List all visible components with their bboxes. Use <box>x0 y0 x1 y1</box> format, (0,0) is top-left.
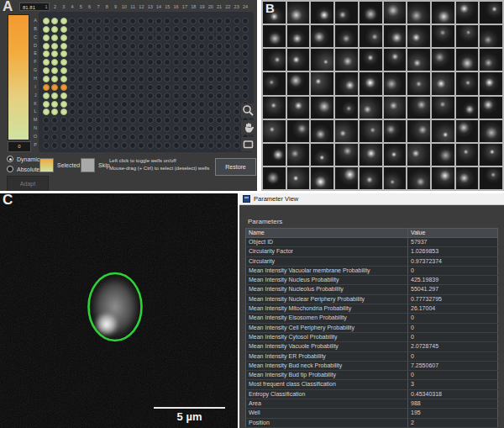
well-M12[interactable] <box>138 117 144 124</box>
well-E2[interactable] <box>51 50 58 57</box>
param-row[interactable]: Circularity0.97372374 <box>246 256 498 266</box>
well-B23[interactable] <box>234 26 240 33</box>
well-K1[interactable] <box>43 101 50 108</box>
well-K9[interactable] <box>113 101 119 108</box>
well-O3[interactable] <box>60 134 67 140</box>
well-P11[interactable] <box>129 142 136 149</box>
well-M19[interactable] <box>198 117 205 124</box>
well-O19[interactable] <box>198 134 205 140</box>
well-F7[interactable] <box>95 59 102 66</box>
well-I24[interactable] <box>242 84 249 91</box>
well-L13[interactable] <box>147 108 154 115</box>
well-F3[interactable] <box>60 59 67 66</box>
well-J16[interactable] <box>173 92 180 99</box>
well-L23[interactable] <box>234 108 240 115</box>
well-A18[interactable] <box>190 18 197 24</box>
well-J20[interactable] <box>207 92 214 99</box>
well-P9[interactable] <box>113 142 119 149</box>
well-F13[interactable] <box>147 59 154 66</box>
param-row[interactable]: Mean Intensity Nuclear Periphery Probabi… <box>246 294 498 304</box>
well-L18[interactable] <box>190 108 197 115</box>
well-E6[interactable] <box>87 50 93 57</box>
well-G14[interactable] <box>155 67 162 74</box>
well-D13[interactable] <box>147 43 154 50</box>
well-L2[interactable] <box>51 108 58 115</box>
gallery-thumbnail[interactable] <box>456 49 479 71</box>
param-row[interactable]: Area988 <box>246 399 498 409</box>
gallery-thumbnail[interactable] <box>287 167 310 189</box>
gallery-thumbnail[interactable] <box>335 120 358 142</box>
well-I10[interactable] <box>121 84 128 91</box>
gallery-thumbnail[interactable] <box>456 25 479 47</box>
well-E3[interactable] <box>60 50 67 57</box>
gallery-thumbnail[interactable] <box>407 144 430 166</box>
well-H3[interactable] <box>60 76 67 82</box>
param-row[interactable]: Mean Intensity Mitochondria Probability2… <box>246 304 498 314</box>
well-H24[interactable] <box>242 76 249 82</box>
well-H14[interactable] <box>155 76 162 82</box>
well-M16[interactable] <box>173 117 180 124</box>
well-G24[interactable] <box>242 67 249 74</box>
gallery-thumbnail[interactable] <box>384 120 407 142</box>
well-O17[interactable] <box>181 134 188 140</box>
well-D24[interactable] <box>242 43 249 50</box>
well-J21[interactable] <box>216 92 223 99</box>
colormap-min-input[interactable]: 0 <box>8 141 31 152</box>
well-O21[interactable] <box>216 134 223 140</box>
well-D12[interactable] <box>138 43 144 50</box>
well-G1[interactable] <box>43 67 50 74</box>
well-E24[interactable] <box>242 50 249 57</box>
well-C1[interactable] <box>43 34 50 41</box>
gallery-thumbnail[interactable] <box>287 97 310 119</box>
gallery-thumbnail[interactable] <box>335 97 358 119</box>
well-L12[interactable] <box>138 108 144 115</box>
well-A17[interactable] <box>181 18 188 24</box>
well-O20[interactable] <box>207 134 214 140</box>
well-E7[interactable] <box>95 50 102 57</box>
well-K3[interactable] <box>60 101 67 108</box>
well-K13[interactable] <box>147 101 154 108</box>
well-I4[interactable] <box>69 84 76 91</box>
well-N20[interactable] <box>207 125 214 132</box>
well-I20[interactable] <box>207 84 214 91</box>
well-I6[interactable] <box>87 84 93 91</box>
well-I2[interactable] <box>51 84 58 91</box>
well-O10[interactable] <box>121 134 128 140</box>
well-P20[interactable] <box>207 142 214 149</box>
well-E8[interactable] <box>103 50 110 57</box>
gallery-thumbnail[interactable] <box>407 25 430 47</box>
well-P18[interactable] <box>190 142 197 149</box>
well-F11[interactable] <box>129 59 136 66</box>
well-G10[interactable] <box>121 67 128 74</box>
well-J2[interactable] <box>51 92 58 99</box>
well-C21[interactable] <box>216 34 223 41</box>
well-E9[interactable] <box>113 50 119 57</box>
well-K19[interactable] <box>198 101 205 108</box>
gallery-thumbnail[interactable] <box>287 72 310 94</box>
param-row[interactable]: Mean Intensity Vacuolar membrane Probabi… <box>246 266 498 275</box>
well-N19[interactable] <box>198 125 205 132</box>
well-D10[interactable] <box>121 43 128 50</box>
gallery-thumbnail[interactable] <box>407 97 430 119</box>
well-E22[interactable] <box>224 50 231 57</box>
well-B10[interactable] <box>121 26 128 33</box>
gallery-thumbnail[interactable] <box>263 120 286 142</box>
well-K14[interactable] <box>155 101 162 108</box>
well-G22[interactable] <box>224 67 231 74</box>
gallery-thumbnail[interactable] <box>480 72 502 94</box>
well-F6[interactable] <box>87 59 93 66</box>
gallery-thumbnail[interactable] <box>384 167 407 189</box>
well-L5[interactable] <box>77 108 84 115</box>
well-J13[interactable] <box>147 92 154 99</box>
gallery-thumbnail[interactable] <box>432 97 454 119</box>
well-P17[interactable] <box>181 142 188 149</box>
well-D18[interactable] <box>190 43 197 50</box>
well-B22[interactable] <box>224 26 231 33</box>
well-G13[interactable] <box>147 67 154 74</box>
gallery-thumbnail[interactable] <box>432 167 454 189</box>
param-row[interactable]: Entropy Classification0.45340318 <box>246 389 498 399</box>
well-O11[interactable] <box>129 134 136 140</box>
gallery-thumbnail[interactable] <box>432 2 454 24</box>
well-C18[interactable] <box>190 34 197 41</box>
well-A5[interactable] <box>77 18 84 24</box>
